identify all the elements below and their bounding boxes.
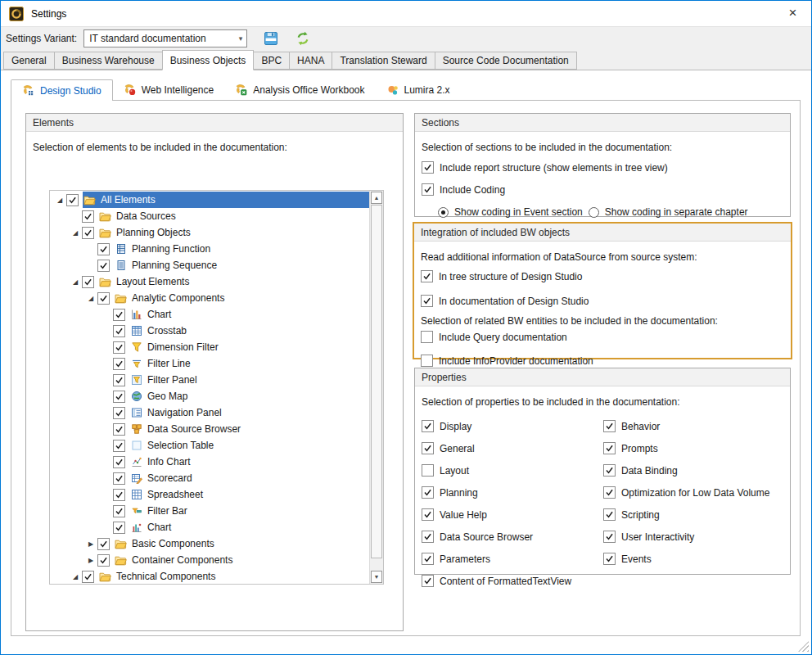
tree-row-body[interactable]: Analytic Components xyxy=(114,290,369,306)
unchecked-checkbox[interactable] xyxy=(421,331,433,343)
checked-checkbox[interactable] xyxy=(97,554,110,567)
tree-item-container-components[interactable]: ▶Container Components xyxy=(50,552,369,568)
checked-checkbox[interactable] xyxy=(603,486,616,499)
expander-expanded-icon[interactable]: ◢ xyxy=(69,229,82,237)
checked-checkbox[interactable] xyxy=(113,325,125,337)
tree-row-body[interactable]: Navigation Panel xyxy=(129,404,369,421)
tree-row-body[interactable]: Geo Map xyxy=(129,388,369,404)
tree-row-body[interactable]: Filter Bar xyxy=(129,503,369,519)
checkbox-row-layout[interactable]: Layout xyxy=(422,464,597,477)
checkbox-row-events[interactable]: Events xyxy=(603,553,790,565)
tree-row-body[interactable]: Info Chart xyxy=(129,454,369,470)
tree-row-body[interactable]: Layout Elements xyxy=(98,273,369,290)
scrollbar-thumb[interactable] xyxy=(371,205,382,558)
tree-row-body[interactable]: Container Components xyxy=(114,552,369,568)
checkbox-row-general[interactable]: General xyxy=(422,442,597,454)
checked-checkbox[interactable] xyxy=(113,489,125,501)
tree-item-geo-map[interactable]: Geo Map xyxy=(50,388,369,404)
save-icon[interactable] xyxy=(263,30,279,47)
tree-item-chart[interactable]: Chart xyxy=(50,306,369,323)
checked-checkbox[interactable] xyxy=(113,407,125,419)
checked-checkbox[interactable] xyxy=(422,420,434,432)
checked-checkbox[interactable] xyxy=(422,531,434,543)
main-tab-hana[interactable]: HANA xyxy=(289,52,332,70)
resize-grip[interactable] xyxy=(798,641,809,652)
checked-checkbox[interactable] xyxy=(113,522,125,534)
tree-row-body[interactable]: Filter Line xyxy=(129,355,369,372)
tree-item-info-chart[interactable]: Info Chart xyxy=(50,454,369,470)
checked-checkbox[interactable] xyxy=(421,295,433,307)
tree-row-body[interactable]: Chart xyxy=(129,519,369,535)
checkbox-row-data-binding[interactable]: Data Binding xyxy=(603,464,790,477)
checked-checkbox[interactable] xyxy=(422,575,434,587)
checked-checkbox[interactable] xyxy=(113,472,125,485)
checked-checkbox[interactable] xyxy=(422,508,434,521)
tree-item-filter-bar[interactable]: Filter Bar xyxy=(50,503,369,519)
tree-row-body[interactable]: Scorecard xyxy=(129,470,369,486)
tree-row-body[interactable]: Data Source Browser xyxy=(129,421,369,437)
checkbox-row-scripting[interactable]: Scripting xyxy=(603,508,790,521)
selected-tree-row-highlight[interactable]: All Elements xyxy=(83,192,369,208)
tree-scrollbar[interactable]: ▲ ▼ xyxy=(369,191,383,584)
checked-checkbox[interactable] xyxy=(422,553,434,565)
checked-checkbox[interactable] xyxy=(97,243,110,255)
checkbox-row-content-of-formattedtextview[interactable]: Content of FormattedTextView xyxy=(422,575,597,587)
checked-checkbox[interactable] xyxy=(113,341,125,354)
close-icon[interactable]: × xyxy=(774,1,811,25)
checked-checkbox[interactable] xyxy=(422,161,434,174)
checked-checkbox[interactable] xyxy=(603,442,616,454)
sub-tab-analysis-office-workbook[interactable]: Analysis Office Workbook xyxy=(224,80,375,100)
tree-row-body[interactable]: Technical Components xyxy=(98,568,369,584)
tree-row-body[interactable]: Selection Table xyxy=(129,437,369,454)
tree-row-body[interactable]: Planning Objects xyxy=(98,224,369,241)
checked-checkbox[interactable] xyxy=(113,440,125,452)
settings-variant-dropdown[interactable]: IT standard documentation ▾ xyxy=(83,29,247,47)
tree-row-body[interactable]: Planning Sequence xyxy=(114,257,369,273)
expander-expanded-icon[interactable]: ◢ xyxy=(53,196,66,204)
tree-item-technical-components[interactable]: ◢Technical Components xyxy=(50,568,369,584)
unchecked-checkbox[interactable] xyxy=(421,355,433,367)
tree-item-navigation-panel[interactable]: Navigation Panel xyxy=(50,404,369,421)
tree-item-dimension-filter[interactable]: Dimension Filter xyxy=(50,339,369,355)
tree-item-filter-line[interactable]: Filter Line xyxy=(50,355,369,372)
checkbox-row-data-source-browser[interactable]: Data Source Browser xyxy=(422,531,597,543)
tree-item-data-source-browser[interactable]: Data Source Browser xyxy=(50,421,369,437)
tree-row-body[interactable]: Spreadsheet xyxy=(129,486,369,503)
tree-row-body[interactable]: Dimension Filter xyxy=(129,339,369,355)
checkbox-row-include-report-structure-show-elements-in-tree-view[interactable]: Include report structure (show elements … xyxy=(422,161,790,174)
checked-checkbox[interactable] xyxy=(422,486,434,499)
expander-collapsed-icon[interactable]: ▶ xyxy=(84,540,97,548)
selected-radio[interactable] xyxy=(438,207,449,218)
checked-checkbox[interactable] xyxy=(97,292,110,305)
checkbox-row-behavior[interactable]: Behavior xyxy=(603,420,790,432)
tree-row-body[interactable]: Filter Panel xyxy=(129,372,369,388)
scroll-up-icon[interactable]: ▲ xyxy=(371,192,382,204)
expander-expanded-icon[interactable]: ◢ xyxy=(69,573,82,580)
checked-checkbox[interactable] xyxy=(82,276,94,288)
tree-item-scorecard[interactable]: Scorecard xyxy=(50,470,369,486)
checked-checkbox[interactable] xyxy=(113,358,125,370)
tree-item-planning-objects[interactable]: ◢Planning Objects xyxy=(50,224,369,241)
checked-checkbox[interactable] xyxy=(113,456,125,468)
tree-item-planning-sequence[interactable]: Planning Sequence xyxy=(50,257,369,273)
main-tab-business-warehouse[interactable]: Business Warehouse xyxy=(54,52,163,70)
scroll-down-icon[interactable]: ▼ xyxy=(371,571,382,583)
tree-row-body[interactable]: Data Sources xyxy=(98,208,369,224)
checked-checkbox[interactable] xyxy=(603,508,616,521)
checkbox-row-planning[interactable]: Planning xyxy=(422,486,597,499)
tree-item-basic-components[interactable]: ▶Basic Components xyxy=(50,535,369,552)
checked-checkbox[interactable] xyxy=(82,571,94,583)
main-tab-source-code-documentation[interactable]: Source Code Documentation xyxy=(435,52,577,70)
checked-checkbox[interactable] xyxy=(603,531,616,543)
checkbox-row-include-coding[interactable]: Include Coding xyxy=(422,183,790,196)
checkbox-row-in-tree-structure-of-design-studio[interactable]: In tree structure of Design Studio xyxy=(421,270,791,282)
tree-item-selection-table[interactable]: Selection Table xyxy=(50,437,369,454)
checked-checkbox[interactable] xyxy=(113,505,125,517)
checked-checkbox[interactable] xyxy=(113,374,125,386)
tree-item-crosstab[interactable]: Crosstab xyxy=(50,323,369,339)
tree-item-all-elements[interactable]: ◢All Elements xyxy=(50,192,369,208)
checkbox-row-display[interactable]: Display xyxy=(422,420,597,432)
main-tab-translation-steward[interactable]: Translation Steward xyxy=(332,52,435,70)
tree-row-body[interactable]: Crosstab xyxy=(129,323,369,339)
tree-item-spreadsheet[interactable]: Spreadsheet xyxy=(50,486,369,503)
